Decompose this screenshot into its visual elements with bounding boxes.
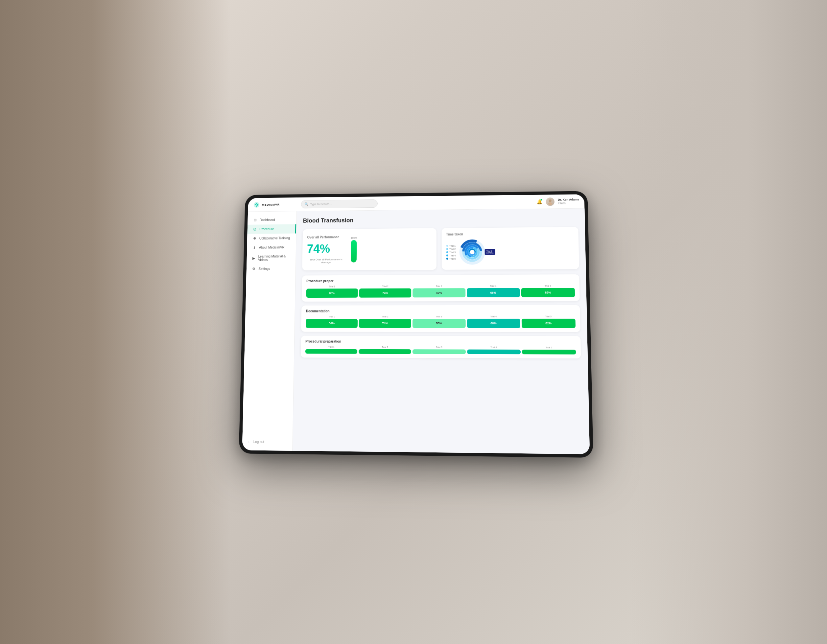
bar-label: Trial 4	[490, 315, 497, 318]
procedure-icon: ◎	[253, 227, 257, 231]
bar-col-trial4: Trial 4 68%	[467, 285, 520, 297]
legend-trial4: Trial 4	[446, 254, 456, 257]
dashboard-icon: ⊞	[253, 218, 257, 222]
logo-area: MEDISMVR	[253, 201, 298, 208]
sidebar-item-procedure[interactable]: ◎ Procedure	[248, 225, 296, 234]
performance-description: Your Over all Performance is Average	[307, 258, 345, 264]
bar-col-trial5: Trial 5 82%	[521, 315, 576, 328]
performance-max-label: 100%	[351, 237, 357, 240]
performance-bar	[351, 240, 357, 262]
bar-col-trial2: Trial 2 74%	[359, 315, 412, 328]
sidebar-item-label: Collaborative Training	[259, 236, 290, 240]
documentation-bars: Trial 1 80% Trial 2 74% Trial 3 50% Tr	[306, 315, 576, 328]
svg-point-0	[549, 200, 552, 202]
sidebar: ⊞ Dashboard ◎ Procedure ⊕ Collaborative …	[242, 211, 297, 451]
about-icon: ℹ	[252, 245, 257, 250]
sidebar-item-label: Dashboard	[260, 218, 275, 222]
trial-badge: Trial 1347 Min	[485, 249, 495, 255]
logo-icon	[253, 201, 260, 208]
documentation-title: Documentation	[306, 309, 575, 313]
bar-col-trial3: Trial 3 50%	[412, 315, 465, 328]
bar-label: Trial 4	[490, 285, 496, 287]
procedure-proper-bars: Trial 1 80% Trial 2 74% Trial 3 40% Tr	[306, 285, 575, 298]
sidebar-item-dashboard[interactable]: ⊞ Dashboard	[248, 215, 296, 225]
user-info: Dr. Ken Adams Intern	[558, 198, 579, 205]
bar-label: Trial 2	[382, 315, 388, 318]
bar-label: Trial 2	[382, 346, 388, 348]
sidebar-item-settings[interactable]: ⚙ Settings	[247, 264, 296, 274]
bar-col-trial1: Trial 1 80%	[306, 315, 357, 328]
procedure-proper-section: Procedure proper Trial 1 80% Trial 2 74%…	[302, 274, 580, 302]
bar-label: Trial 5	[545, 285, 551, 287]
procedure-proper-title: Procedure proper	[306, 278, 574, 283]
person-left-silhouette	[0, 0, 230, 644]
legend-trial1: Trial 1	[446, 245, 456, 247]
settings-icon: ⚙	[251, 267, 256, 271]
bar-col-trial2: Trial 2	[359, 346, 411, 354]
sidebar-item-collaborative[interactable]: ⊕ Collaborative Training	[247, 233, 296, 243]
main-layout: ⊞ Dashboard ◎ Procedure ⊕ Collaborative …	[242, 208, 590, 454]
procedural-prep-bars: Trial 1 Trial 2 Trial 3 Trial 4	[305, 346, 576, 354]
bar-item: 68%	[467, 319, 520, 328]
bar-item	[412, 349, 466, 354]
sidebar-item-label: Procedure	[259, 228, 274, 231]
bar-label: Trial 1	[329, 285, 335, 287]
bar-label: Trial 1	[328, 346, 335, 348]
documentation-section: Documentation Trial 1 80% Trial 2 74% Tr…	[301, 305, 580, 332]
notification-dot	[541, 199, 542, 200]
bar-label: Trial 4	[490, 346, 497, 349]
logo-text: MEDISMVR	[262, 203, 280, 206]
bar-item: 74%	[359, 288, 412, 298]
bar-item: 82%	[522, 319, 576, 328]
bar-item	[359, 349, 411, 354]
bar-col-trial3: Trial 3	[412, 346, 466, 354]
bar-item	[305, 349, 357, 354]
bar-item: 40%	[413, 288, 465, 297]
bar-col-trial4: Trial 4 68%	[467, 315, 520, 328]
bar-label: Trial 5	[546, 346, 552, 349]
bar-item: 82%	[521, 288, 575, 297]
search-bar[interactable]: 🔍 Type to Search...	[301, 199, 378, 208]
logout-label: Log out	[253, 440, 264, 444]
bar-col-trial4: Trial 4	[467, 346, 521, 354]
sidebar-item-learning[interactable]: ▶ Learning Material & Videos	[247, 252, 296, 265]
bar-item: 80%	[306, 288, 358, 298]
search-icon: 🔍	[304, 203, 308, 206]
bar-item: 74%	[359, 319, 411, 328]
bar-label: Trial 3	[436, 315, 442, 318]
procedural-prep-title: Procedural preparation	[305, 340, 576, 344]
bar-item: 80%	[306, 319, 357, 328]
collaborative-icon: ⊕	[252, 236, 257, 240]
sidebar-item-label: Settings	[258, 267, 270, 271]
bar-label: Trial 3	[436, 346, 442, 348]
procedural-prep-section: Procedural preparation Trial 1 Trial 2 T…	[301, 336, 581, 359]
notification-bell-icon[interactable]: 🔔	[536, 198, 543, 205]
legend-trial3: Trial 3	[446, 251, 456, 253]
sidebar-item-about[interactable]: ℹ About MedisimVR	[247, 243, 296, 253]
bar-label: Trial 3	[436, 285, 442, 287]
sidebar-item-label: Learning Material & Videos	[258, 254, 290, 262]
performance-card-title: Over all Performance	[307, 235, 345, 239]
cards-row: Over all Performance 74% Your Over all P…	[302, 227, 579, 270]
time-taken-card: Time taken Trial 1 Trial 2	[442, 227, 579, 270]
bar-item	[467, 349, 521, 354]
sidebar-item-label: About MedisimVR	[259, 245, 284, 249]
bar-col-trial3: Trial 3 40%	[413, 285, 465, 297]
bar-col-trial1: Trial 1	[305, 346, 357, 354]
bar-col-trial5: Trial 5	[522, 346, 576, 354]
bar-col-trial1: Trial 1 80%	[306, 285, 358, 298]
logout-button[interactable]: ← Log out	[242, 437, 293, 447]
time-card-title: Time taken	[446, 232, 574, 236]
person-right-silhouette	[630, 0, 827, 644]
bar-item: 68%	[467, 288, 520, 297]
legend-trial2: Trial 2	[446, 248, 456, 250]
bar-col-trial5: Trial 5 82%	[521, 285, 575, 297]
legend-trial5: Trial 5	[446, 257, 456, 260]
bar-label: Trial 5	[545, 315, 552, 318]
svg-point-1	[548, 202, 552, 205]
bar-col-trial2: Trial 2 74%	[359, 285, 412, 298]
main-content: Blood Transfusion Over all Performance 7…	[293, 208, 590, 454]
performance-card: Over all Performance 74% Your Over all P…	[302, 228, 436, 270]
search-placeholder-text: Type to Search...	[310, 203, 332, 206]
time-chart-area: Trial 1 Trial 2 Trial 3	[446, 239, 574, 265]
